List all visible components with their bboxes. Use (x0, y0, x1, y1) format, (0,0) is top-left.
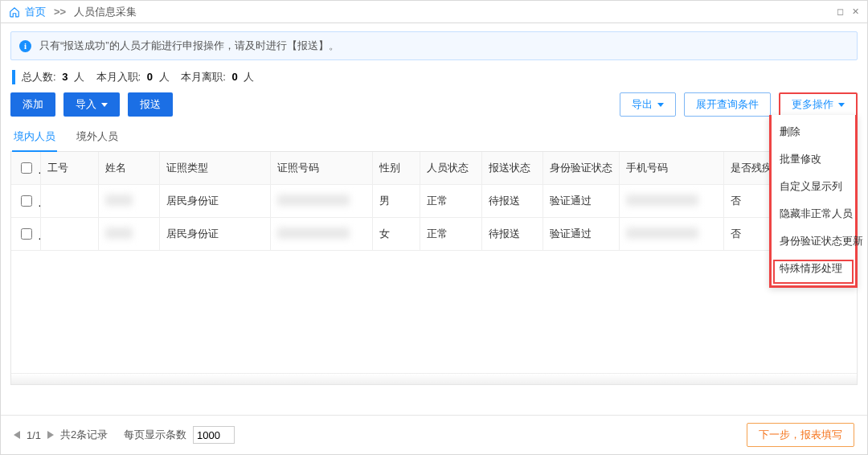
import-button[interactable]: 导入 (63, 92, 120, 117)
cell-verify: 验证通过 (542, 218, 619, 251)
table-row[interactable]: 居民身份证 男 正常 待报送 验证通过 否 否 (11, 185, 857, 218)
pager-size-label: 每页显示条数 (124, 428, 186, 442)
pager: 1/1 共2条记录 每页显示条数 (14, 426, 235, 444)
stats-total-unit: 人 (74, 71, 84, 83)
cell-idno (270, 218, 372, 251)
info-banner-text: 只有“报送成功”的人员才能进行申报操作，请及时进行【报送】。 (39, 39, 339, 53)
col-check (11, 152, 40, 185)
more-actions-label: 更多操作 (792, 97, 833, 112)
stats-total-label: 总人数: (22, 71, 56, 83)
table-row[interactable]: 居民身份证 女 正常 待报送 验证通过 否 否 (11, 218, 857, 251)
stats-join-label: 本月入职: (96, 71, 141, 83)
more-actions-button[interactable]: 更多操作 (779, 92, 858, 117)
menu-special-case[interactable]: 特殊情形处理 (772, 255, 855, 282)
cell-verify: 验证通过 (542, 185, 619, 218)
col-idtype: 证照类型 (159, 152, 270, 185)
col-status: 人员状态 (420, 152, 481, 185)
col-send: 报送状态 (481, 152, 542, 185)
breadcrumb-sep: >> (54, 6, 66, 18)
horizontal-scrollbar[interactable] (11, 373, 857, 384)
stats-line: 总人数: 3 人 本月入职: 0 人 本月离职: 0 人 (12, 70, 858, 84)
cell-empno (40, 218, 98, 251)
checkbox-all[interactable] (21, 162, 32, 174)
cell-name (98, 218, 159, 251)
import-button-label: 导入 (76, 97, 96, 112)
tab-domestic[interactable]: 境内人员 (12, 123, 57, 152)
col-empno: 工号 (40, 152, 98, 185)
expand-query-button[interactable]: 展开查询条件 (684, 92, 771, 117)
col-phone: 手机号码 (620, 152, 723, 185)
send-button[interactable]: 报送 (128, 92, 173, 117)
breadcrumb-home[interactable]: 首页 (25, 5, 46, 19)
stats-leave-value: 0 (231, 71, 237, 83)
cell-empno (40, 185, 98, 218)
row-checkbox[interactable] (21, 195, 32, 207)
menu-delete[interactable]: 删除 (772, 118, 855, 146)
more-actions-dropdown: 删除 批量修改 自定义显示列 隐藏非正常人员 身份验证状态更新 特殊情形处理 (769, 115, 858, 288)
menu-custom-columns[interactable]: 自定义显示列 (772, 173, 855, 200)
menu-batch-edit[interactable]: 批量修改 (772, 146, 855, 173)
toolbar: 添加 导入 报送 导出 展开查询条件 更多操作 删除 批量修改 (10, 92, 858, 117)
bottom-bar: 1/1 共2条记录 每页显示条数 下一步，报表填写 (1, 415, 867, 454)
cell-name (98, 185, 159, 218)
col-verify: 身份验证状态 (542, 152, 619, 185)
stats-join-value: 0 (147, 71, 153, 83)
cell-idtype: 居民身份证 (159, 218, 270, 251)
menu-hide-abnormal[interactable]: 隐藏非正常人员 (772, 200, 855, 228)
cell-send: 待报送 (481, 218, 542, 251)
pager-next-icon[interactable] (47, 431, 54, 439)
pager-records: 共2条记录 (60, 428, 108, 442)
add-button[interactable]: 添加 (10, 92, 55, 117)
row-checkbox[interactable] (21, 228, 32, 240)
table-wrap: 工号 姓名 证照类型 证照号码 性别 人员状态 报送状态 身份验证状态 手机号码… (10, 152, 858, 385)
window-min-icon[interactable]: ◻ (837, 6, 844, 17)
menu-verify-update[interactable]: 身份验证状态更新 (772, 228, 855, 255)
next-step-button[interactable]: 下一步，报表填写 (747, 423, 854, 447)
export-button[interactable]: 导出 (620, 92, 676, 117)
cell-phone (620, 185, 723, 218)
breadcrumb-current: 人员信息采集 (74, 5, 137, 19)
people-table: 工号 姓名 证照类型 证照号码 性别 人员状态 报送状态 身份验证状态 手机号码… (11, 152, 857, 251)
cell-status: 正常 (420, 218, 481, 251)
stats-join-unit: 人 (159, 71, 170, 83)
cell-idtype: 居民身份证 (159, 185, 270, 218)
info-icon: i (19, 40, 31, 52)
pager-prev-icon[interactable] (14, 431, 20, 439)
chevron-down-icon (657, 103, 664, 107)
window-close-icon[interactable]: ✕ (852, 6, 859, 17)
cell-idno (270, 185, 372, 218)
chevron-down-icon (101, 103, 108, 107)
stats-total-value: 3 (62, 71, 68, 83)
cell-sex: 女 (372, 218, 420, 251)
col-idno: 证照号码 (270, 152, 372, 185)
cell-phone (620, 218, 723, 251)
page-size-input[interactable] (193, 426, 235, 444)
col-name: 姓名 (98, 152, 159, 185)
cell-status: 正常 (420, 185, 481, 218)
col-sex: 性别 (372, 152, 420, 185)
chevron-down-icon (838, 103, 845, 107)
stats-leave-unit: 人 (244, 71, 254, 83)
pager-page: 1/1 (27, 429, 41, 441)
breadcrumb-bar: 首页 >> 人员信息采集 ◻ ✕ (1, 1, 867, 23)
info-banner: i 只有“报送成功”的人员才能进行申报操作，请及时进行【报送】。 (10, 31, 858, 60)
tab-foreign[interactable]: 境外人员 (75, 123, 120, 151)
home-icon (9, 6, 20, 18)
stats-leave-label: 本月离职: (181, 71, 226, 83)
export-button-label: 导出 (632, 97, 653, 112)
tabs: 境内人员 境外人员 (10, 123, 858, 152)
cell-send: 待报送 (481, 185, 542, 218)
cell-sex: 男 (372, 185, 420, 218)
